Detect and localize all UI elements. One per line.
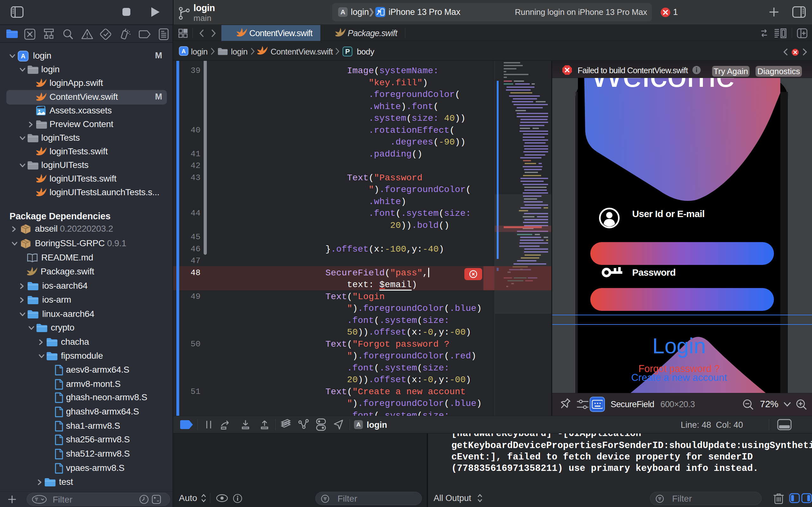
svg-text:A: A bbox=[182, 48, 186, 55]
svg-text:A: A bbox=[21, 53, 26, 60]
